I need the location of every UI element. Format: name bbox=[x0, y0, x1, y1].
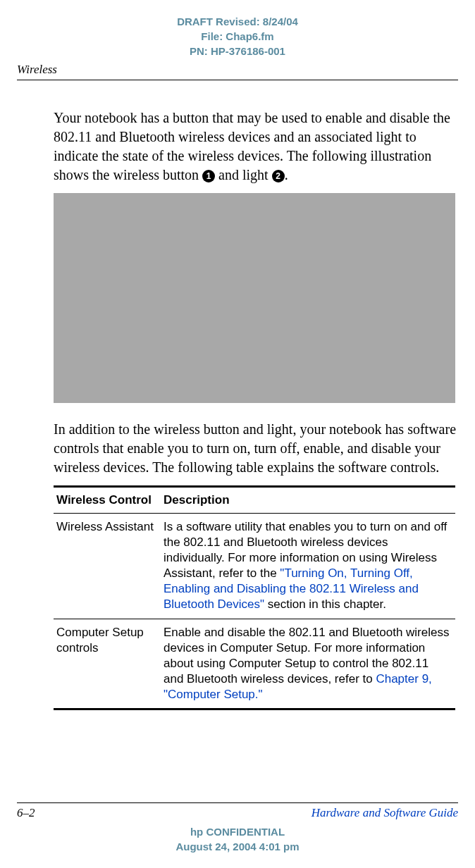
p1-text-b: and light bbox=[215, 167, 272, 182]
circled-two-icon: 2 bbox=[272, 170, 285, 182]
confidential-footer: hp CONFIDENTIAL August 24, 2004 4:01 pm bbox=[17, 824, 458, 854]
table-row: Computer Setup controls Enable and disab… bbox=[54, 619, 455, 709]
page-number: 6–2 bbox=[17, 806, 35, 820]
content-area: Your notebook has a button that may be u… bbox=[17, 80, 458, 802]
wireless-controls-table: Wireless Control Description Wireless As… bbox=[54, 485, 455, 710]
draft-line-1: DRAFT Revised: 8/24/04 bbox=[17, 14, 458, 29]
row2-col2: Enable and disable the 802.11 and Blueto… bbox=[161, 619, 455, 709]
document-page: DRAFT Revised: 8/24/04 File: Chap6.fm PN… bbox=[0, 0, 475, 868]
draft-line-3: PN: HP-376186-001 bbox=[17, 44, 458, 58]
row2-col1: Computer Setup controls bbox=[54, 619, 161, 709]
circled-one-icon: 1 bbox=[202, 170, 215, 182]
draft-line-2: File: Chap6.fm bbox=[17, 29, 458, 44]
conf-line-2: August 24, 2004 4:01 pm bbox=[17, 839, 458, 854]
page-footer: 6–2 Hardware and Software Guide bbox=[17, 802, 458, 820]
row1-desc-b: section in this chapter. bbox=[264, 597, 386, 611]
guide-title: Hardware and Software Guide bbox=[311, 806, 458, 820]
p1-text-c: . bbox=[285, 167, 288, 182]
conf-line-1: hp CONFIDENTIAL bbox=[17, 824, 458, 839]
row1-col1: Wireless Assistant bbox=[54, 514, 161, 619]
row1-col2: Is a software utility that enables you t… bbox=[161, 514, 455, 619]
section-title: Wireless bbox=[17, 63, 458, 80]
paragraph-2: In addition to the wireless button and l… bbox=[54, 420, 458, 477]
draft-header: DRAFT Revised: 8/24/04 File: Chap6.fm PN… bbox=[17, 14, 458, 58]
illustration-placeholder bbox=[54, 193, 455, 403]
table-header-col2: Description bbox=[161, 487, 455, 514]
table-header-col1: Wireless Control bbox=[54, 487, 161, 514]
table-row: Wireless Assistant Is a software utility… bbox=[54, 514, 455, 619]
paragraph-1: Your notebook has a button that may be u… bbox=[54, 108, 458, 185]
